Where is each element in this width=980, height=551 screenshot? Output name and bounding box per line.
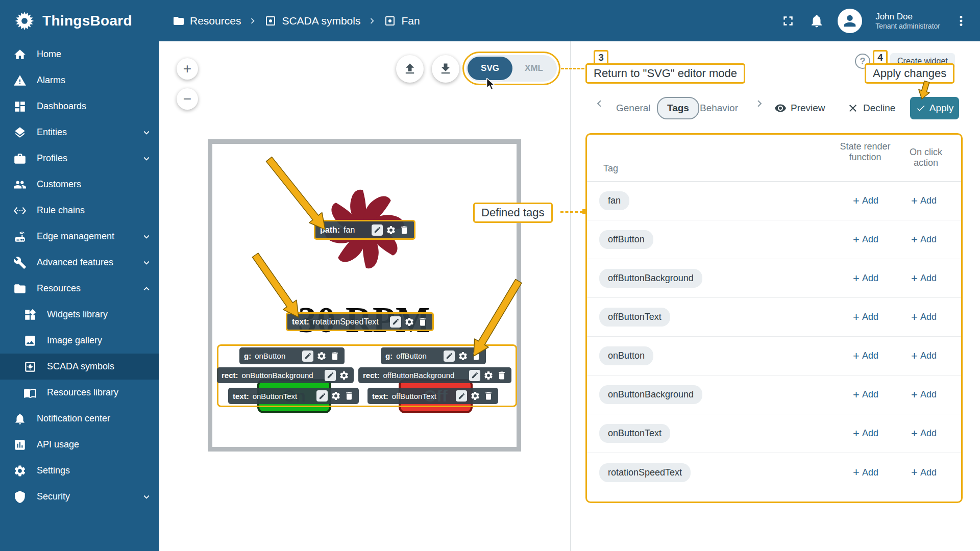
add-on-click-button[interactable]: +Add — [899, 195, 948, 206]
breadcrumb-resources[interactable]: Resources — [173, 15, 241, 27]
edit-pencil-icon[interactable] — [372, 224, 383, 236]
zoom-out-button[interactable]: − — [177, 88, 198, 110]
sidebar-item-label: Customers — [37, 179, 81, 190]
sidebar-item-home[interactable]: Home — [0, 41, 159, 67]
sidebar-item-settings[interactable]: Settings — [0, 458, 159, 484]
sidebar-item-alarms[interactable]: Alarms — [0, 67, 159, 93]
add-state-render-button[interactable]: +Add — [841, 467, 890, 478]
delete-trash-icon[interactable] — [471, 351, 481, 361]
svg-mode-button[interactable]: SVG — [468, 57, 512, 80]
settings-gear-icon[interactable] — [339, 370, 349, 381]
edit-pencil-icon[interactable] — [325, 370, 336, 381]
add-state-render-button[interactable]: +Add — [841, 273, 890, 284]
wrench-icon — [13, 256, 27, 269]
edit-pencil-icon[interactable] — [469, 370, 480, 381]
settings-gear-icon[interactable] — [483, 370, 494, 381]
edit-pencil-icon[interactable] — [444, 350, 455, 362]
add-on-click-button[interactable]: +Add — [899, 428, 948, 439]
settings-gear-icon[interactable] — [404, 317, 414, 327]
delete-trash-icon[interactable] — [399, 225, 409, 235]
tab-general[interactable]: General — [616, 97, 651, 119]
tag-badge-text-on-button-text[interactable]: text:onButtonText — [228, 388, 359, 404]
kebab-menu-icon[interactable] — [953, 13, 969, 29]
add-on-click-button[interactable]: +Add — [899, 273, 948, 284]
apply-button[interactable]: Apply — [910, 97, 959, 119]
add-state-render-button[interactable]: +Add — [841, 350, 890, 361]
avatar[interactable] — [838, 9, 862, 33]
sidebar-item-resources-library[interactable]: Resources library — [0, 380, 159, 406]
tag-badge-rect-on-button-background[interactable]: rect:onButtonBackground — [217, 367, 354, 383]
add-state-render-button[interactable]: +Add — [841, 195, 890, 206]
edit-pencil-icon[interactable] — [316, 390, 328, 402]
plus-icon: + — [853, 274, 860, 283]
settings-gear-icon[interactable] — [331, 391, 341, 401]
tag-pill: rotationSpeedText — [599, 463, 691, 482]
download-button[interactable] — [432, 55, 459, 83]
delete-trash-icon[interactable] — [344, 391, 354, 401]
tag-badge-rect-off-button-background[interactable]: rect:offButtonBackground — [358, 367, 511, 383]
sidebar-item-image-gallery[interactable]: Image gallery — [0, 328, 159, 354]
sidebar-item-label: Edge management — [37, 231, 114, 242]
tag-badge-g-on-button[interactable]: g:onButton — [239, 347, 345, 364]
edit-pencil-icon[interactable] — [302, 350, 313, 362]
breadcrumb-fan[interactable]: Fan — [384, 15, 420, 27]
delete-trash-icon[interactable] — [330, 351, 340, 361]
upload-button[interactable] — [396, 55, 424, 83]
sidebar-item-notification-center[interactable]: Notification center — [0, 406, 159, 432]
add-on-click-button[interactable]: +Add — [899, 312, 948, 322]
sidebar-item-rule-chains[interactable]: Rule chains — [0, 197, 159, 223]
add-on-click-button[interactable]: +Add — [899, 234, 948, 245]
add-label: Add — [862, 389, 878, 400]
sidebar-item-edge-management[interactable]: Edge management — [0, 223, 159, 249]
scada-icon — [23, 360, 37, 373]
sidebar-item-entities[interactable]: Entities — [0, 119, 159, 145]
tabs-scroll-right-icon[interactable] — [753, 97, 766, 110]
sidebar-item-api-usage[interactable]: API usage — [0, 432, 159, 458]
delete-trash-icon[interactable] — [483, 391, 494, 401]
settings-gear-icon[interactable] — [386, 225, 396, 235]
preview-button[interactable]: Preview — [774, 97, 825, 119]
add-state-render-button[interactable]: +Add — [841, 312, 890, 322]
add-state-render-button[interactable]: +Add — [841, 234, 890, 245]
apply-label: Apply — [929, 103, 954, 114]
add-state-render-button[interactable]: +Add — [841, 389, 890, 400]
add-on-click-button[interactable]: +Add — [899, 467, 948, 478]
settings-gear-icon[interactable] — [470, 391, 480, 401]
settings-gear-icon[interactable] — [316, 351, 327, 361]
sidebar-item-advanced-features[interactable]: Advanced features — [0, 249, 159, 276]
sidebar-item-scada-symbols[interactable]: SCADA symbols — [0, 354, 159, 380]
tag-badge-path-fan[interactable]: path:fan — [314, 220, 415, 240]
sidebar-item-customers[interactable]: Customers — [0, 171, 159, 197]
sidebar-item-resources[interactable]: Resources — [0, 276, 159, 302]
tag-badge-text-off-button-text[interactable]: text:offButtonText — [368, 388, 498, 404]
tag-badge-g-off-button[interactable]: g:offButton — [381, 347, 486, 364]
tab-behavior[interactable]: Behavior — [700, 97, 738, 119]
add-state-render-button[interactable]: +Add — [841, 428, 890, 439]
delete-trash-icon[interactable] — [497, 370, 507, 381]
tag-badge-rotation-speed-text[interactable]: text:rotationSpeedText — [286, 312, 434, 331]
tab-tags[interactable]: Tags — [657, 97, 699, 119]
breadcrumb-scada-symbols[interactable]: SCADA symbols — [264, 15, 360, 27]
plus-icon: + — [911, 196, 918, 206]
bell-icon — [13, 412, 27, 425]
app-logo[interactable]: ThingsBoard — [0, 0, 159, 41]
delete-trash-icon[interactable] — [418, 317, 428, 327]
add-on-click-button[interactable]: +Add — [899, 350, 948, 361]
edit-pencil-icon[interactable] — [390, 316, 401, 328]
sidebar-item-widgets-library[interactable]: Widgets library — [0, 302, 159, 328]
preview-label: Preview — [791, 103, 825, 114]
sidebar-item-security[interactable]: Security — [0, 484, 159, 510]
tags-table-header: Tag State render function On click actio… — [587, 135, 961, 182]
xml-mode-button[interactable]: XML — [512, 63, 555, 73]
add-on-click-button[interactable]: +Add — [899, 389, 948, 400]
fullscreen-icon[interactable] — [780, 13, 796, 29]
settings-gear-icon[interactable] — [458, 351, 468, 361]
zoom-in-button[interactable]: + — [177, 58, 198, 80]
notifications-bell-icon[interactable] — [809, 13, 824, 29]
edit-pencil-icon[interactable] — [456, 390, 467, 402]
sidebar-item-profiles[interactable]: Profiles — [0, 145, 159, 171]
chevron-down-icon — [141, 127, 152, 138]
decline-button[interactable]: Decline — [847, 97, 895, 119]
sidebar-item-dashboards[interactable]: Dashboards — [0, 93, 159, 119]
tabs-scroll-left-icon[interactable] — [593, 97, 606, 110]
